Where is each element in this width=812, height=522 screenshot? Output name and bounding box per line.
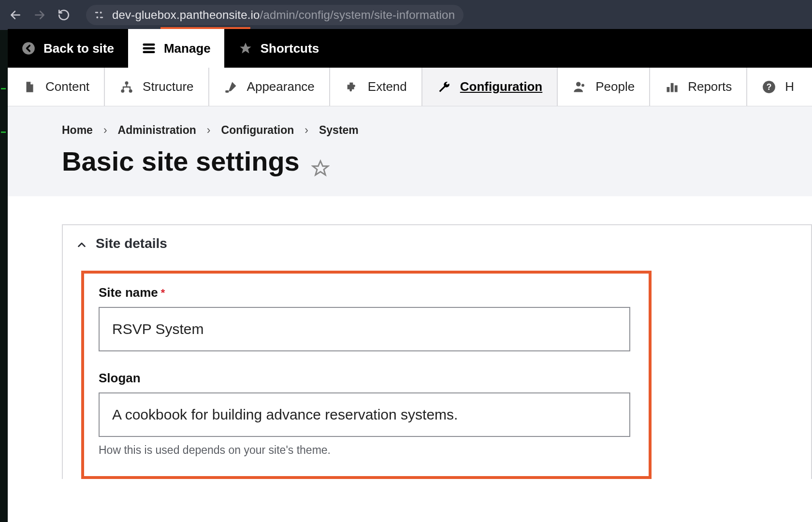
left-edge-strip — [0, 30, 8, 522]
admin-menu: Content Structure Appearance Extend Conf… — [8, 68, 812, 106]
browser-forward-button[interactable] — [33, 8, 46, 22]
bar-chart-icon — [665, 80, 679, 94]
tab-people[interactable]: People — [558, 68, 650, 106]
svg-rect-9 — [143, 51, 155, 54]
star-icon — [238, 41, 253, 56]
tab-help-label: H — [785, 79, 794, 94]
tab-reports-label: Reports — [688, 79, 732, 94]
paintbrush-icon — [224, 80, 238, 94]
file-icon — [22, 80, 37, 94]
svg-point-16 — [581, 84, 584, 87]
tab-appearance-label: Appearance — [247, 79, 315, 94]
tab-extend-label: Extend — [368, 79, 407, 94]
svg-point-3 — [100, 12, 102, 14]
tab-content-label: Content — [45, 79, 89, 94]
address-bar[interactable]: dev-gluebox.pantheonsite.io/admin/config… — [86, 5, 464, 25]
svg-point-13 — [129, 89, 132, 92]
page-header: Home › Administration › Configuration › … — [8, 106, 812, 196]
breadcrumb-home[interactable]: Home — [62, 124, 93, 137]
svg-rect-19 — [675, 85, 678, 92]
slogan-help-text: How this is used depends on your site's … — [99, 444, 634, 457]
sitemap-icon — [119, 80, 134, 94]
toolbar-redacted-block — [333, 29, 430, 68]
tab-structure-label: Structure — [143, 79, 194, 94]
breadcrumb-system[interactable]: System — [319, 124, 359, 137]
manage-tab[interactable]: Manage — [128, 29, 225, 68]
tab-help[interactable]: ? H — [747, 68, 809, 106]
svg-rect-17 — [667, 87, 670, 92]
tab-people-label: People — [595, 79, 635, 94]
svg-point-6 — [22, 42, 35, 55]
chevron-up-icon — [76, 238, 87, 249]
hamburger-icon — [142, 41, 156, 56]
breadcrumb-administration[interactable]: Administration — [118, 124, 196, 137]
url-path: /admin/config/system/site-information — [260, 8, 455, 21]
browser-reload-button[interactable] — [57, 8, 71, 22]
question-circle-icon: ? — [762, 80, 776, 94]
svg-rect-7 — [143, 44, 155, 46]
url-host: dev-gluebox.pantheonsite.io — [112, 8, 260, 21]
manage-label: Manage — [164, 41, 211, 56]
highlighted-fields-annotation: Site name * Slogan How this is used depe… — [81, 271, 652, 479]
page-title: Basic site settings — [62, 145, 812, 177]
tab-configuration[interactable]: Configuration — [422, 68, 558, 106]
back-to-site-button[interactable]: Back to site — [8, 29, 128, 68]
svg-rect-2 — [95, 12, 98, 14]
page-title-text: Basic site settings — [62, 145, 300, 177]
url-highlight-underline — [160, 27, 250, 29]
content-region: Site details Site name * Slogan How this… — [8, 196, 812, 479]
admin-toolbar: Back to site Manage Shortcuts — [8, 29, 812, 68]
chevron-left-circle-icon — [21, 41, 36, 56]
shortcuts-tab[interactable]: Shortcuts — [225, 29, 333, 68]
wrench-icon — [437, 80, 451, 94]
favorite-star-outline-icon[interactable] — [311, 152, 330, 171]
shortcuts-label: Shortcuts — [261, 41, 319, 56]
svg-point-11 — [125, 81, 129, 85]
tab-content[interactable]: Content — [8, 68, 105, 106]
svg-rect-18 — [671, 83, 674, 92]
breadcrumb: Home › Administration › Configuration › … — [62, 124, 812, 137]
tab-reports[interactable]: Reports — [650, 68, 747, 106]
svg-rect-14 — [225, 90, 229, 93]
slogan-label-text: Slogan — [99, 371, 141, 386]
chevron-right-icon: › — [304, 124, 308, 137]
svg-point-15 — [576, 82, 580, 86]
site-settings-icon[interactable] — [93, 9, 105, 21]
puzzle-icon — [345, 80, 359, 94]
svg-marker-10 — [240, 43, 251, 53]
site-name-label-text: Site name — [99, 285, 158, 300]
required-star-icon: * — [161, 287, 165, 299]
chevron-right-icon: › — [103, 124, 107, 137]
svg-marker-22 — [313, 160, 328, 174]
site-details-heading: Site details — [96, 236, 167, 251]
site-details-panel: Site details Site name * Slogan How this… — [62, 224, 812, 479]
browser-back-button[interactable] — [9, 8, 22, 22]
browser-chrome: dev-gluebox.pantheonsite.io/admin/config… — [0, 0, 812, 30]
url-text: dev-gluebox.pantheonsite.io/admin/config… — [112, 8, 455, 22]
svg-point-5 — [96, 16, 98, 18]
slogan-label: Slogan — [99, 371, 634, 386]
svg-rect-8 — [143, 47, 155, 50]
site-name-input[interactable] — [99, 307, 630, 351]
tab-configuration-label: Configuration — [460, 79, 542, 94]
chevron-right-icon: › — [207, 124, 211, 137]
tab-extend[interactable]: Extend — [330, 68, 422, 106]
breadcrumb-configuration[interactable]: Configuration — [221, 124, 294, 137]
site-details-toggle[interactable]: Site details — [63, 225, 811, 262]
slogan-input[interactable] — [99, 392, 630, 437]
svg-point-12 — [121, 89, 124, 92]
site-name-label: Site name * — [99, 285, 634, 300]
person-icon — [572, 80, 587, 94]
svg-rect-4 — [100, 17, 103, 18]
tab-appearance[interactable]: Appearance — [209, 68, 330, 106]
tab-structure[interactable]: Structure — [105, 68, 209, 106]
back-to-site-label: Back to site — [44, 41, 114, 56]
svg-text:?: ? — [767, 82, 772, 91]
